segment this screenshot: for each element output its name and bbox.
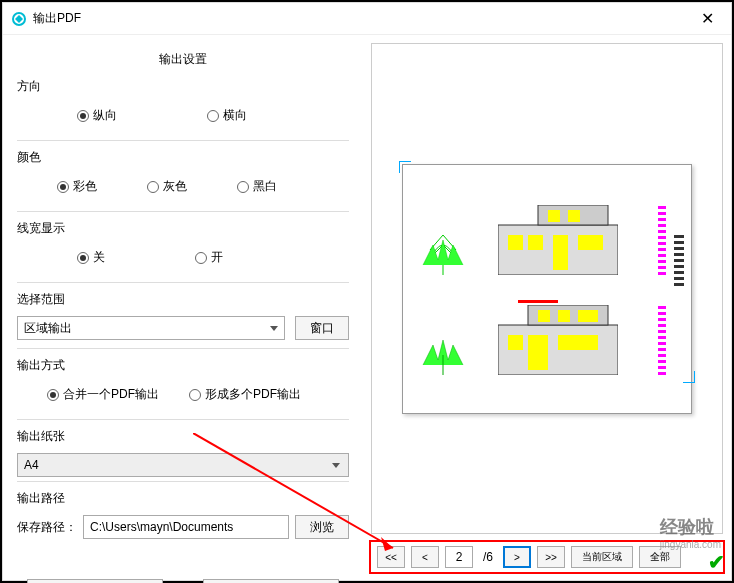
svg-rect-6 [578, 235, 603, 250]
settings-heading: 输出设置 [17, 45, 349, 74]
dimension-marks [658, 305, 666, 375]
cancel-button[interactable]: 取消 [27, 579, 163, 583]
page-input[interactable] [445, 546, 473, 568]
pager-bar: << < /6 > >> 当前区域 全部 [369, 540, 725, 574]
crop-corner-icon [683, 371, 695, 383]
svg-rect-5 [553, 235, 568, 270]
page-preview [402, 164, 692, 414]
svg-rect-8 [568, 210, 580, 222]
save-path-label: 保存路径： [17, 519, 77, 536]
red-line-icon [518, 300, 558, 303]
close-button[interactable]: ✕ [691, 9, 723, 28]
preview-area [371, 43, 723, 534]
legend-icon [674, 235, 684, 365]
svg-rect-7 [548, 210, 560, 222]
window-button[interactable]: 窗口 [295, 316, 349, 340]
preview-panel: << < /6 > >> 当前区域 全部 [363, 35, 731, 580]
tree-icon [418, 315, 468, 375]
path-label: 输出路径 [17, 486, 349, 511]
tree-icon [418, 215, 468, 275]
radio-lw-on[interactable]: 开 [195, 249, 223, 266]
building-elevation [498, 205, 618, 275]
radio-merge-pdf[interactable]: 合并一个PDF输出 [47, 386, 159, 403]
export-pdf-dialog: 输出PDF ✕ 输出设置 方向 纵向 横向 颜色 彩色 灰色 黑白 [2, 2, 732, 581]
paper-select[interactable]: A4 [17, 453, 349, 477]
crop-corner-icon [399, 161, 411, 173]
svg-rect-12 [528, 335, 548, 370]
radio-portrait[interactable]: 纵向 [77, 107, 117, 124]
svg-rect-15 [558, 310, 570, 322]
radio-bw[interactable]: 黑白 [237, 178, 277, 195]
all-button[interactable]: 全部 [639, 546, 681, 568]
paper-label: 输出纸张 [17, 424, 349, 449]
svg-rect-13 [558, 335, 598, 350]
building-elevation [498, 305, 618, 375]
radio-color[interactable]: 彩色 [57, 178, 97, 195]
titlebar: 输出PDF ✕ [3, 3, 731, 35]
svg-rect-11 [508, 335, 523, 350]
next-page-button[interactable]: > [503, 546, 531, 568]
range-label: 选择范围 [17, 287, 349, 312]
export-button[interactable]: 输出PDF [203, 579, 339, 583]
direction-label: 方向 [17, 74, 349, 99]
checkmark-icon: ✔ [708, 550, 725, 574]
browse-button[interactable]: 浏览 [295, 515, 349, 539]
svg-rect-3 [508, 235, 523, 250]
radio-landscape[interactable]: 横向 [207, 107, 247, 124]
dimension-marks [658, 205, 666, 275]
lineweight-label: 线宽显示 [17, 216, 349, 241]
radio-gray[interactable]: 灰色 [147, 178, 187, 195]
app-logo-icon [11, 11, 27, 27]
first-page-button[interactable]: << [377, 546, 405, 568]
radio-lw-off[interactable]: 关 [77, 249, 105, 266]
path-input[interactable]: C:\Users\mayn\Documents [83, 515, 289, 539]
radio-multi-pdf[interactable]: 形成多个PDF输出 [189, 386, 301, 403]
last-page-button[interactable]: >> [537, 546, 565, 568]
prev-page-button[interactable]: < [411, 546, 439, 568]
range-select[interactable]: 区域输出 [17, 316, 285, 340]
output-mode-label: 输出方式 [17, 353, 349, 378]
svg-rect-4 [528, 235, 543, 250]
current-area-button[interactable]: 当前区域 [571, 546, 633, 568]
color-label: 颜色 [17, 145, 349, 170]
svg-rect-16 [578, 310, 598, 322]
dialog-title: 输出PDF [33, 10, 691, 27]
page-total: /6 [479, 550, 497, 564]
svg-rect-14 [538, 310, 550, 322]
settings-panel: 输出设置 方向 纵向 横向 颜色 彩色 灰色 黑白 线宽显示 [3, 35, 363, 580]
